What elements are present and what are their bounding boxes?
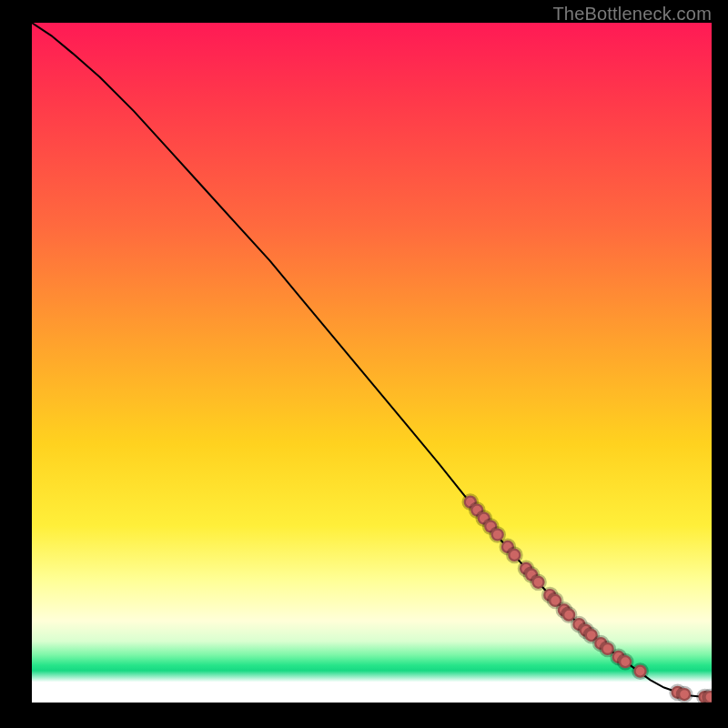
data-marker (633, 665, 646, 678)
marker-group (464, 496, 712, 703)
plot-area (32, 23, 712, 703)
chart-overlay (32, 23, 712, 703)
data-marker (678, 688, 691, 701)
bottleneck-curve (32, 23, 712, 697)
data-marker (703, 691, 712, 703)
watermark-text: TheBottleneck.com (552, 4, 712, 25)
data-marker (491, 528, 504, 541)
chart-stage: TheBottleneck.com (0, 0, 728, 728)
data-marker (531, 576, 544, 589)
data-marker (619, 655, 632, 668)
data-marker (508, 549, 521, 561)
